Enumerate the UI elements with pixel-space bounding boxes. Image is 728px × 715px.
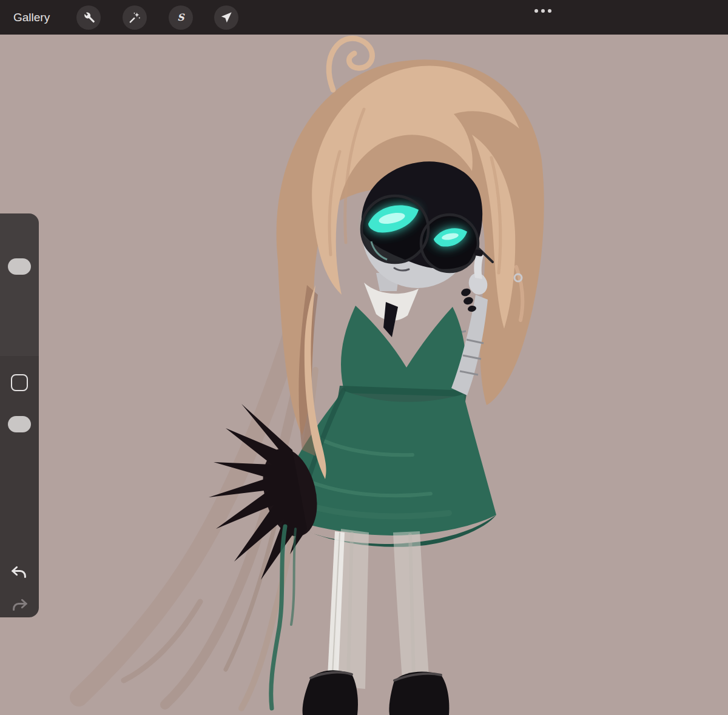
ellipsis-icon xyxy=(531,4,558,15)
redo-arrow-icon xyxy=(10,597,29,613)
top-toolbar: Gallery S xyxy=(0,0,728,35)
selection-button[interactable]: S xyxy=(169,5,193,30)
opacity-slider-handle[interactable] xyxy=(8,416,31,432)
adjustments-button[interactable] xyxy=(123,5,147,30)
gallery-button[interactable]: Gallery xyxy=(13,0,50,35)
modify-button[interactable] xyxy=(11,374,28,391)
s-curve-icon: S xyxy=(174,11,187,24)
procreate-window: Gallery S xyxy=(0,0,728,715)
brush-sidebar xyxy=(0,213,39,617)
svg-text:S: S xyxy=(177,12,185,23)
undo-arrow-icon xyxy=(10,565,29,580)
brush-size-slider-handle[interactable] xyxy=(8,258,31,275)
more-options-button[interactable] xyxy=(530,2,558,17)
wrench-icon xyxy=(82,11,95,24)
drawing-canvas[interactable] xyxy=(0,0,728,715)
undo-button[interactable] xyxy=(8,562,30,583)
redo-button[interactable] xyxy=(8,594,30,616)
cursor-arrow-icon xyxy=(220,11,233,24)
magic-wand-icon xyxy=(128,11,141,24)
size-slider-track[interactable] xyxy=(0,213,39,356)
actions-button[interactable] xyxy=(76,5,101,30)
transform-button[interactable] xyxy=(214,5,238,30)
